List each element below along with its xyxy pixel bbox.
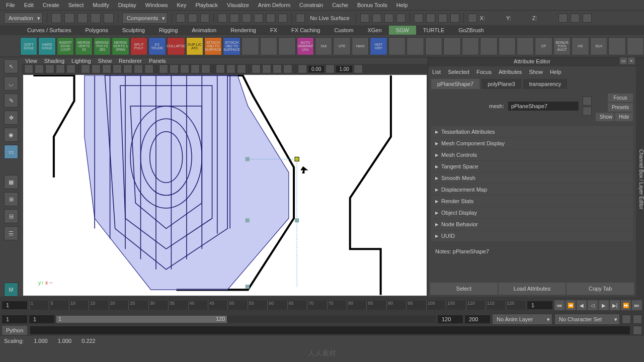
ae-menu-help[interactable]: Help (550, 69, 561, 75)
xgen-icon[interactable] (450, 14, 459, 23)
scale-tool[interactable]: ▭ (4, 145, 18, 159)
ae-section-render-stats[interactable]: Render Stats (431, 196, 633, 207)
shelf-button-22[interactable] (425, 37, 442, 55)
layout-single-icon[interactable]: ▦ (4, 175, 18, 189)
range-playback-start-field[interactable]: 1 (29, 315, 54, 323)
menu-cache[interactable]: Cache (328, 1, 352, 9)
select-mode-dropdown[interactable]: Components (122, 13, 168, 24)
ae-menu-show[interactable]: Show (529, 69, 543, 75)
shelf-tab-sgw[interactable]: SGW (389, 26, 416, 35)
vp-motion-blur-icon[interactable] (262, 64, 271, 73)
menu-constrain[interactable]: Constrain (295, 1, 327, 9)
workspace-mode-dropdown[interactable]: Animation (4, 13, 43, 24)
cmd-input[interactable] (30, 326, 630, 334)
render-icon[interactable] (372, 14, 381, 23)
ae-presets-button[interactable]: Presets (608, 103, 633, 112)
shelf-button-19[interactable]: HIST ORY (370, 37, 387, 55)
vp-gate-mask-icon[interactable] (113, 64, 122, 73)
snap-plane-icon[interactable] (254, 14, 263, 23)
shelf-button-27[interactable] (517, 37, 534, 55)
shelf-tab-gozbrush[interactable]: GoZBrush (451, 26, 491, 35)
select-by-component-icon[interactable] (200, 14, 209, 23)
range-playback-end-field[interactable]: 120 (438, 315, 463, 323)
ae-section-mesh-controls[interactable]: Mesh Controls (431, 149, 633, 160)
shelf-tab-sculpting[interactable]: Sculpting (115, 26, 152, 35)
vp-film-gate-icon[interactable] (92, 64, 101, 73)
range-handle[interactable]: 1 120 (56, 316, 227, 323)
redo-icon[interactable] (104, 13, 114, 23)
vp-dof-icon[interactable] (283, 64, 292, 73)
vp-isolate-icon[interactable] (216, 64, 225, 73)
vp-safe-title-icon[interactable] (144, 64, 153, 73)
select-by-object-icon[interactable] (188, 14, 197, 23)
undo-icon[interactable] (91, 13, 101, 23)
save-scene-icon[interactable] (77, 13, 88, 23)
vp-select-camera-icon[interactable] (24, 64, 33, 73)
ae-section-mesh-component-display[interactable]: Mesh Component Display (431, 138, 633, 149)
ae-menu-attributes[interactable]: Attributes (499, 69, 522, 75)
panel-layout-icon[interactable] (468, 14, 477, 23)
menu-visualize[interactable]: Visualize (223, 1, 253, 9)
shelf-button-31[interactable]: SLH (590, 37, 607, 55)
lasso-tool[interactable]: ◡ (4, 76, 18, 90)
vp-field-chart-icon[interactable] (123, 64, 132, 73)
go-to-start-icon[interactable]: ⏮ (554, 300, 565, 310)
shelf-button-21[interactable] (407, 37, 424, 55)
menu-create[interactable]: Create (39, 1, 63, 9)
vp-menu-renderer[interactable]: Renderer (119, 58, 142, 64)
script-editor-icon[interactable] (633, 326, 642, 335)
shelf-button-15[interactable]: AUTO UNWRAP UVs (297, 37, 314, 55)
shelf-button-3[interactable]: MERGE VERTS 10 (75, 37, 92, 55)
select-tool[interactable]: ↖ (4, 59, 18, 73)
ae-focus-button[interactable]: Focus (608, 94, 633, 102)
timeline-start-field[interactable]: 1 (2, 301, 27, 309)
construction-history-icon[interactable] (360, 14, 369, 23)
prefs-icon[interactable] (633, 315, 642, 324)
rotate-tool[interactable]: ◉ (4, 128, 18, 142)
vp-ao-icon[interactable] (252, 64, 261, 73)
shelf-button-2[interactable]: INSERT EDGE LOOP (57, 37, 74, 55)
ae-menu-selected[interactable]: Selected (448, 69, 469, 75)
shelf-tab-xgen[interactable]: XGen (360, 26, 388, 35)
shelf-button-23[interactable] (443, 37, 460, 55)
vp-menu-shading[interactable]: Shading (44, 58, 64, 64)
timeline-end-field[interactable]: 1 (527, 301, 552, 309)
paint-select-tool[interactable]: ✎ (4, 94, 18, 108)
modeling-toolkit-icon[interactable] (583, 14, 592, 23)
ae-hide-button[interactable]: Hide (615, 113, 633, 121)
shelf-tab-polygons[interactable]: Polygons (78, 26, 115, 35)
shelf-button-17[interactable]: UTE (333, 37, 350, 55)
shelf-tab-custom[interactable]: Custom (328, 26, 361, 35)
vp-menu-lighting[interactable]: Lighting (71, 58, 91, 64)
snap-curve-icon[interactable] (230, 14, 239, 23)
snap-grid-icon[interactable] (218, 14, 227, 23)
menu-file[interactable]: File (2, 1, 19, 9)
vp-menu-panels[interactable]: Panels (149, 58, 166, 64)
shelf-button-13[interactable] (260, 37, 277, 55)
vp-safe-action-icon[interactable] (134, 64, 143, 73)
vp-textured-icon[interactable] (180, 64, 189, 73)
menu-select[interactable]: Select (64, 1, 88, 9)
shelf-button-26[interactable] (499, 37, 516, 55)
menu-modify[interactable]: Modify (89, 1, 113, 9)
shelf-button-28[interactable]: CP (535, 37, 552, 55)
ae-show-button[interactable]: Show (596, 113, 614, 121)
shelf-button-14[interactable] (278, 37, 295, 55)
shelf-button-9[interactable]: DUP LIC ATE (186, 37, 203, 55)
step-forward-key-icon[interactable]: ⏩ (621, 300, 631, 310)
shelf-button-4[interactable]: BRIDGE POLYS .001 (94, 37, 111, 55)
menu-playback[interactable]: Playback (191, 1, 222, 9)
range-track[interactable]: 1 120 (56, 316, 436, 323)
ae-go-input-icon[interactable] (583, 97, 592, 106)
move-tool[interactable]: ✥ (4, 111, 18, 125)
render-view-icon[interactable] (426, 14, 435, 23)
shelf-tab-rigging[interactable]: Rigging (152, 26, 185, 35)
vp-aa-icon[interactable] (273, 64, 282, 73)
ae-section-tessellation-attributes[interactable]: Tessellation Attributes (431, 126, 633, 137)
timeline-track[interactable]: 1510152025303540455055606570758085909510… (29, 301, 525, 310)
menu-display[interactable]: Display (114, 1, 140, 9)
vp-shaded-icon[interactable] (170, 64, 179, 73)
shelf-button-11[interactable]: ATTACH OBJ TO SURFACE (223, 37, 240, 55)
ae-mesh-name-field[interactable]: pPlaneShape7 (508, 102, 579, 111)
shelf-tab-rendering[interactable]: Rendering (223, 26, 263, 35)
